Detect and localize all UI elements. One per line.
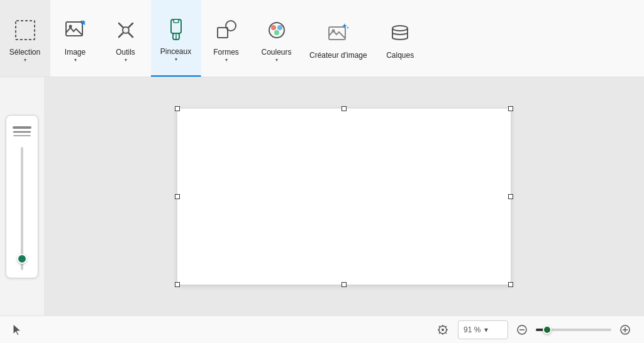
colors-label: Couleurs	[261, 48, 291, 57]
tools-chevron: ▾	[125, 57, 127, 63]
image-creator-icon	[323, 18, 353, 48]
handle-mid-left[interactable]	[175, 194, 180, 199]
fit-to-window-button[interactable]	[433, 320, 453, 340]
handle-top-mid[interactable]	[341, 106, 347, 111]
svg-rect-1	[66, 22, 82, 36]
toolbar-item-colors[interactable]: Couleurs ▾	[252, 0, 302, 77]
brush-size-slider[interactable]	[21, 147, 23, 270]
svg-point-5	[123, 27, 129, 33]
canvas-container	[177, 109, 511, 285]
toolbar-item-selection[interactable]: Sélection ▾	[0, 0, 50, 77]
shapes-label: Formes	[213, 48, 239, 57]
svg-point-2	[69, 25, 72, 28]
tools-icon	[111, 15, 141, 45]
zoom-chevron: ▾	[484, 325, 488, 334]
zoom-out-button[interactable]	[513, 321, 531, 339]
svg-point-14	[277, 25, 282, 30]
brushes-icon	[161, 14, 191, 45]
brush-slider-thumb[interactable]	[17, 254, 27, 264]
handle-top-right[interactable]	[508, 106, 513, 111]
image-chevron: ▾	[74, 57, 77, 63]
layers-icon	[385, 18, 415, 48]
canvas-area[interactable]	[44, 77, 644, 315]
handle-bottom-right[interactable]	[508, 282, 513, 287]
toolbar-item-layers[interactable]: Calques	[375, 0, 426, 77]
handle-bottom-left[interactable]	[175, 282, 180, 287]
zoom-slider-thumb[interactable]	[543, 325, 552, 334]
svg-point-13	[271, 25, 276, 30]
svg-point-11	[226, 21, 236, 31]
toolbar-item-tools[interactable]: Outils ▾	[101, 0, 151, 77]
bottom-right: 91 % ▾	[433, 320, 634, 340]
brush-preview	[12, 122, 32, 139]
svg-point-15	[274, 30, 279, 35]
cursor-icon	[10, 322, 25, 337]
svg-point-18	[392, 26, 408, 31]
colors-icon	[262, 15, 292, 45]
image-creator-label: Créateur d'image	[309, 51, 367, 60]
brushes-label: Pinceaux	[160, 47, 191, 56]
bottom-bar: 91 % ▾	[0, 315, 644, 343]
toolbar-item-brushes[interactable]: Pinceaux ▾	[151, 0, 201, 77]
brush-size-panel	[6, 115, 38, 278]
zoom-slider[interactable]	[536, 329, 611, 331]
svg-point-17	[331, 30, 335, 33]
selection-chevron: ▾	[24, 57, 26, 63]
left-panel	[0, 77, 44, 315]
tools-label: Outils	[116, 48, 135, 57]
svg-rect-10	[218, 28, 228, 38]
svg-rect-7	[174, 19, 179, 23]
brushes-chevron: ▾	[175, 57, 177, 62]
handle-mid-right[interactable]	[508, 194, 513, 199]
main-area	[0, 77, 644, 315]
toolbar-item-image[interactable]: Image ▾	[50, 0, 101, 77]
toolbar-item-shapes[interactable]: Formes ▾	[201, 0, 252, 77]
svg-rect-0	[16, 21, 35, 40]
colors-chevron: ▾	[275, 57, 278, 63]
shapes-icon	[211, 15, 242, 45]
selection-label: Sélection	[9, 48, 40, 57]
toolbar: Sélection ▾ Image ▾ Outils ▾	[0, 0, 644, 77]
image-icon	[60, 15, 91, 45]
handle-bottom-mid[interactable]	[341, 282, 347, 287]
svg-point-23	[441, 329, 444, 331]
toolbar-item-image-creator[interactable]: Créateur d'image	[302, 0, 375, 77]
image-label: Image	[65, 48, 86, 57]
handle-top-left[interactable]	[175, 106, 180, 111]
layers-label: Calques	[386, 51, 414, 60]
canvas[interactable]	[177, 109, 511, 285]
selection-icon	[10, 15, 40, 45]
zoom-level-value: 91 %	[464, 325, 480, 334]
shapes-chevron: ▾	[225, 57, 228, 63]
bottom-left	[10, 322, 25, 337]
zoom-in-button[interactable]	[616, 321, 634, 339]
zoom-level-select[interactable]: 91 % ▾	[458, 320, 508, 339]
